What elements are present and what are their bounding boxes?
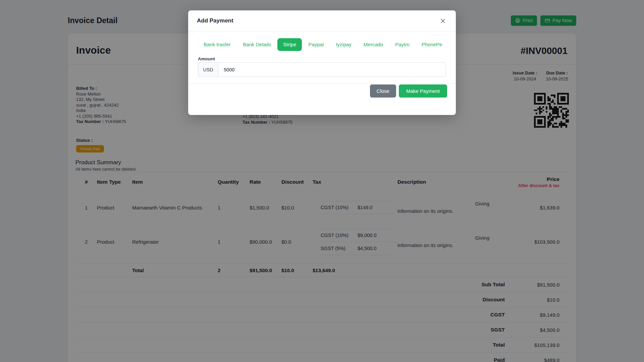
amount-input-group: USD [198, 62, 446, 77]
amount-input[interactable] [218, 62, 446, 77]
payment-tab-mercado[interactable]: Mercado [358, 38, 389, 51]
amount-label: Amount [198, 56, 215, 61]
payment-method-tabs: Bank trasferBank DetailsStripePaypalIyzi… [198, 38, 448, 51]
payment-tab-paytm[interactable]: Paytm [389, 38, 415, 51]
modal-header: Add Payment [188, 10, 456, 32]
payment-tab-paypal[interactable]: Paypal [303, 38, 329, 51]
make-payment-button[interactable]: Make Payment [399, 84, 447, 98]
payment-tab-bank-trasfer[interactable]: Bank trasfer [198, 38, 236, 51]
currency-prefix: USD [198, 62, 218, 77]
payment-tab-iyzipay[interactable]: Iyzipay [330, 38, 357, 51]
screen: Invoice Detail Print [0, 0, 644, 362]
modal-footer: Close Make Payment [370, 84, 447, 98]
close-button[interactable]: Close [370, 84, 396, 98]
payment-tab-phonepe[interactable]: PhonePe [416, 38, 448, 51]
add-payment-modal: Add Payment Bank trasferBank DetailsStri… [188, 10, 456, 115]
modal-title: Add Payment [197, 17, 233, 24]
payment-tab-bank-details[interactable]: Bank Details [237, 38, 277, 51]
payment-tab-stripe[interactable]: Stripe [277, 38, 302, 51]
divider [188, 83, 456, 84]
close-icon[interactable] [439, 17, 447, 25]
